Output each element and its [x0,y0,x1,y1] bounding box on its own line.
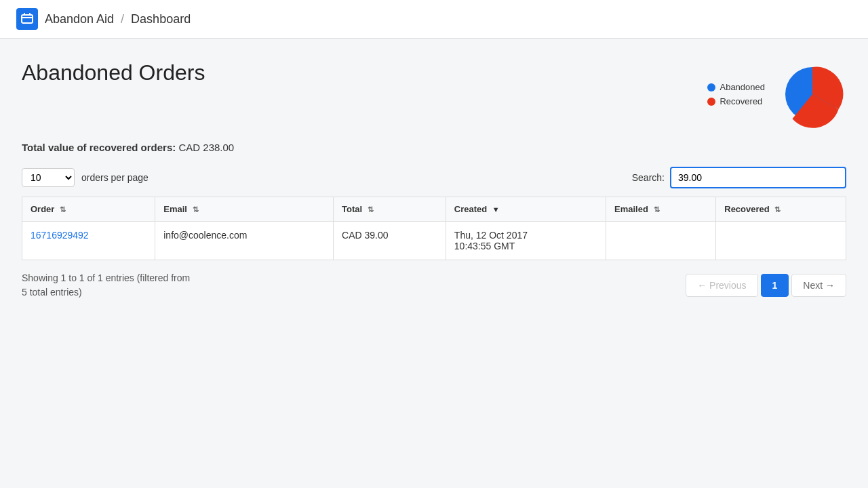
recovered-label: Recovered [719,96,762,106]
cell-order: 16716929492 [22,222,155,260]
cell-total: CAD 39.00 [334,222,446,260]
order-link[interactable]: 16716929492 [31,230,89,241]
breadcrumb-separator: / [121,12,124,26]
app-name: Abandon Aid [45,12,114,26]
sort-email-icon: ⇅ [193,205,199,214]
cell-email: info@coolence.com [155,222,334,260]
search-label: Search: [632,172,665,183]
abandoned-label: Abandoned [719,82,765,92]
legend-recovered: Recovered [707,96,765,106]
app-logo [16,8,38,30]
sort-created-icon: ▼ [492,205,500,214]
col-order[interactable]: Order ⇅ [22,197,155,222]
col-email[interactable]: Email ⇅ [155,197,334,222]
sort-emailed-icon: ⇅ [654,205,660,214]
sort-order-icon: ⇅ [60,205,66,214]
col-emailed[interactable]: Emailed ⇅ [606,197,716,222]
total-value-row: Total value of recovered orders: CAD 238… [22,142,846,153]
next-button[interactable]: Next → [791,274,846,297]
breadcrumb-page: Dashboard [131,12,191,26]
chart-area: Abandoned Recovered [707,60,846,128]
legend-abandoned: Abandoned [707,82,765,92]
showing-text: Showing 1 to 1 of 1 entries (filtered fr… [22,271,190,300]
table-body: 16716929492 info@coolence.com CAD 39.00 … [22,222,846,260]
svg-rect-0 [22,15,33,23]
pagination: ← Previous 1 Next → [686,274,846,297]
per-page-label: orders per page [81,172,149,183]
page-header: Abandoned Orders Abandoned Recovered [22,60,846,128]
sort-total-icon: ⇅ [368,205,374,214]
page-1-button[interactable]: 1 [761,274,789,297]
table-footer: Showing 1 to 1 of 1 entries (filtered fr… [22,271,846,300]
main-content: Abandoned Orders Abandoned Recovered [0,39,868,321]
page-title: Abandoned Orders [22,60,205,85]
col-recovered[interactable]: Recovered ⇅ [716,197,846,222]
cell-emailed [606,222,716,260]
sort-recovered-icon: ⇅ [774,205,781,214]
total-value: CAD 238.00 [178,142,234,153]
per-page-control: 10 25 50 100 orders per page [22,168,149,187]
cell-created: Thu, 12 Oct 201710:43:55 GMT [446,222,606,260]
controls-row: 10 25 50 100 orders per page Search: [22,167,846,188]
cell-recovered [716,222,846,260]
recovered-dot [707,98,715,106]
table-row: 16716929492 info@coolence.com CAD 39.00 … [22,222,846,260]
col-created[interactable]: Created ▼ [446,197,606,222]
search-control: Search: [632,167,846,188]
total-value-label: Total value of recovered orders: [22,142,176,153]
pie-chart [778,60,846,128]
table-header: Order ⇅ Email ⇅ Total ⇅ Created ▼ Emaile… [22,197,846,222]
per-page-select[interactable]: 10 25 50 100 [22,168,75,187]
previous-button[interactable]: ← Previous [686,274,757,297]
chart-legend: Abandoned Recovered [707,82,765,106]
search-input[interactable] [670,167,846,188]
abandoned-dot [707,83,715,92]
orders-table: Order ⇅ Email ⇅ Total ⇅ Created ▼ Emaile… [22,197,846,260]
col-total[interactable]: Total ⇅ [334,197,446,222]
topbar: Abandon Aid / Dashboard [0,0,868,39]
